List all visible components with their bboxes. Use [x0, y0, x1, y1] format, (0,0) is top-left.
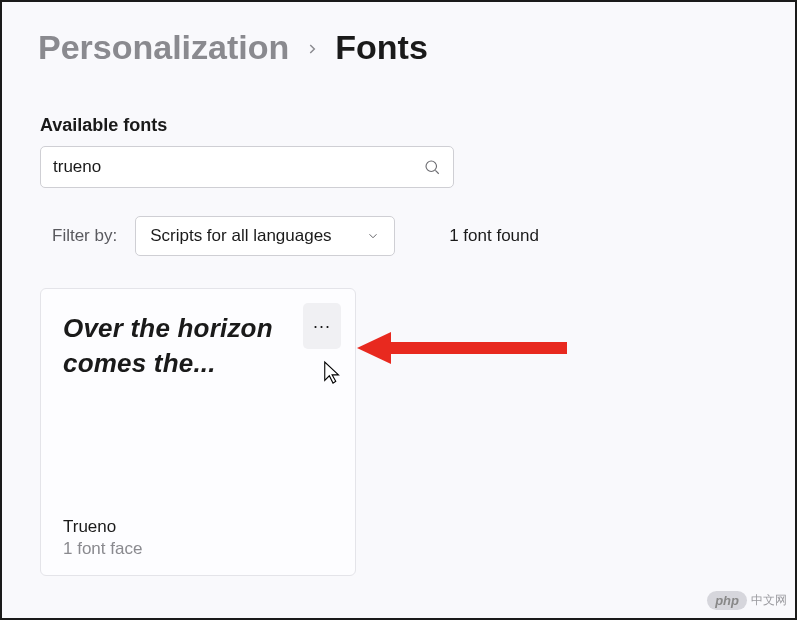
available-fonts-label: Available fonts [2, 79, 795, 146]
svg-point-0 [426, 161, 437, 172]
svg-line-1 [435, 170, 438, 173]
breadcrumb-parent[interactable]: Personalization [38, 28, 289, 67]
font-card[interactable]: Over the horizon comes the... ··· Trueno… [40, 288, 356, 576]
watermark-text: 中文网 [751, 592, 787, 609]
search-icon [423, 158, 441, 176]
breadcrumb: Personalization Fonts [2, 2, 795, 79]
chevron-down-icon [366, 229, 380, 243]
watermark-badge: php [707, 591, 747, 610]
font-faces-count: 1 font face [63, 539, 335, 559]
font-preview-text: Over the horizon comes the... [63, 311, 273, 381]
filter-selected: Scripts for all languages [150, 226, 331, 246]
breadcrumb-current: Fonts [335, 28, 428, 67]
more-options-button[interactable]: ··· [303, 303, 341, 349]
search-box[interactable] [40, 146, 454, 188]
ellipsis-icon: ··· [313, 316, 331, 337]
watermark: php 中文网 [707, 591, 787, 610]
arrow-annotation [357, 328, 577, 368]
filter-label: Filter by: [52, 226, 117, 246]
search-input[interactable] [53, 157, 423, 177]
filter-dropdown[interactable]: Scripts for all languages [135, 216, 395, 256]
chevron-right-icon [305, 32, 319, 63]
font-name: Trueno [63, 517, 335, 537]
svg-marker-4 [357, 332, 391, 364]
result-count: 1 font found [449, 226, 539, 246]
